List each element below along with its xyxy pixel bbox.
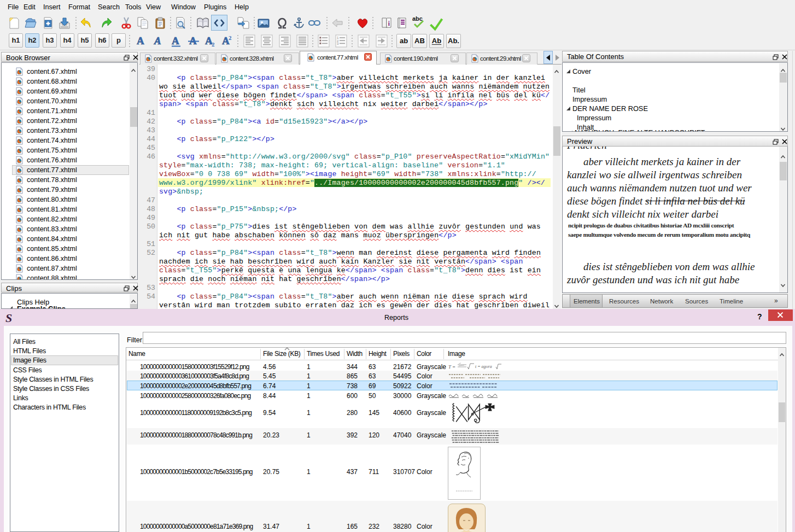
svg-text:2: 2 [229,34,232,41]
svg-text:t = agora: t = agora [475,364,492,369]
svg-text:i: i [388,19,390,27]
svg-text:T =: T = [448,364,455,370]
svg-text:2: 2 [212,41,215,48]
svg-text:A: A [154,35,161,46]
svg-text:A: A [137,35,144,46]
svg-text:A: A [172,35,179,46]
